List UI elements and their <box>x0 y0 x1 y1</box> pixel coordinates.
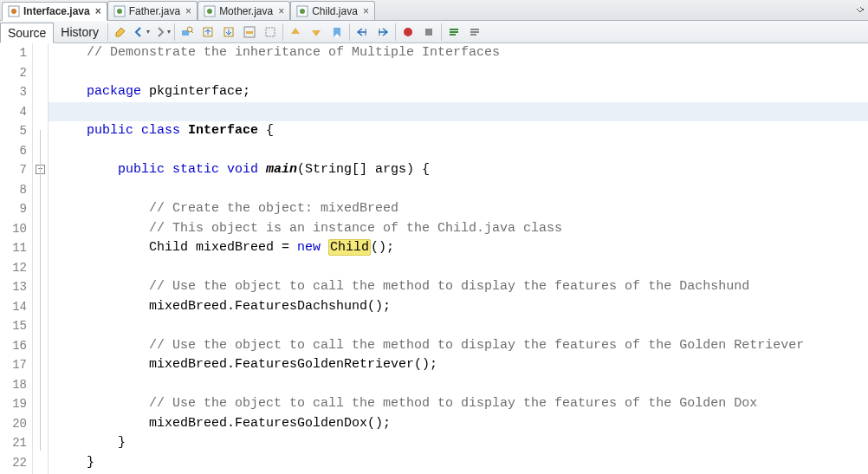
java-file-icon <box>8 5 20 17</box>
svg-point-7 <box>300 9 305 14</box>
close-icon[interactable]: × <box>276 5 286 17</box>
tab-label: Mother.java <box>219 5 273 17</box>
tab-child[interactable]: Child.java × <box>290 1 375 20</box>
forward-icon[interactable]: ▾ <box>152 23 172 42</box>
tab-mother[interactable]: Mother.java × <box>198 1 290 20</box>
find-prev-icon[interactable] <box>198 23 217 42</box>
toggle-bookmark-icon[interactable] <box>327 23 347 42</box>
code-area[interactable]: // Demonstrate the inheritance of Multip… <box>49 43 868 474</box>
tab-label: Child.java <box>312 5 358 17</box>
svg-rect-14 <box>246 31 253 34</box>
source-tab[interactable]: Source <box>0 23 54 43</box>
svg-point-5 <box>207 9 212 14</box>
tab-interface[interactable]: Interface.java × <box>2 2 107 21</box>
macro-stop-icon[interactable] <box>419 23 438 42</box>
tab-father[interactable]: Father.java × <box>107 1 198 20</box>
code-editor[interactable]: 12345678910111213141516171819202122 − //… <box>0 43 868 474</box>
back-icon[interactable]: ▾ <box>132 23 151 42</box>
tab-overflow-button[interactable] <box>852 1 868 20</box>
next-bookmark-icon[interactable] <box>307 23 326 42</box>
close-icon[interactable]: × <box>361 5 371 17</box>
shift-left-icon[interactable] <box>353 23 372 42</box>
history-tab[interactable]: History <box>54 22 106 42</box>
prev-bookmark-icon[interactable] <box>286 23 305 42</box>
close-icon[interactable]: × <box>94 5 103 17</box>
line-number-gutter: 12345678910111213141516171819202122 <box>0 43 33 474</box>
java-file-icon <box>113 5 126 17</box>
java-file-icon <box>296 5 308 17</box>
svg-line-10 <box>191 31 193 33</box>
close-icon[interactable]: × <box>184 5 193 17</box>
toggle-rect-select-icon[interactable] <box>261 23 280 42</box>
toggle-highlight-icon[interactable] <box>240 23 259 42</box>
comment-icon[interactable] <box>444 23 463 42</box>
svg-point-1 <box>11 9 16 14</box>
find-next-icon[interactable] <box>219 23 238 42</box>
uncomment-icon[interactable] <box>465 23 484 42</box>
shift-right-icon[interactable] <box>373 23 392 42</box>
last-edit-icon[interactable] <box>111 23 130 42</box>
editor-tabs: Interface.java × Father.java × Mother.ja… <box>0 0 868 21</box>
svg-rect-15 <box>266 28 275 36</box>
fold-gutter: − <box>33 43 49 474</box>
editor-subbar: Source History ▾ ▾ <box>0 21 868 43</box>
svg-point-3 <box>117 9 122 14</box>
tab-label: Interface.java <box>23 5 90 17</box>
svg-rect-20 <box>425 29 432 36</box>
java-file-icon <box>204 5 216 17</box>
macro-record-icon[interactable] <box>398 23 418 42</box>
svg-point-19 <box>404 28 412 36</box>
find-selection-icon[interactable] <box>178 23 197 42</box>
tab-label: Father.java <box>129 5 180 17</box>
